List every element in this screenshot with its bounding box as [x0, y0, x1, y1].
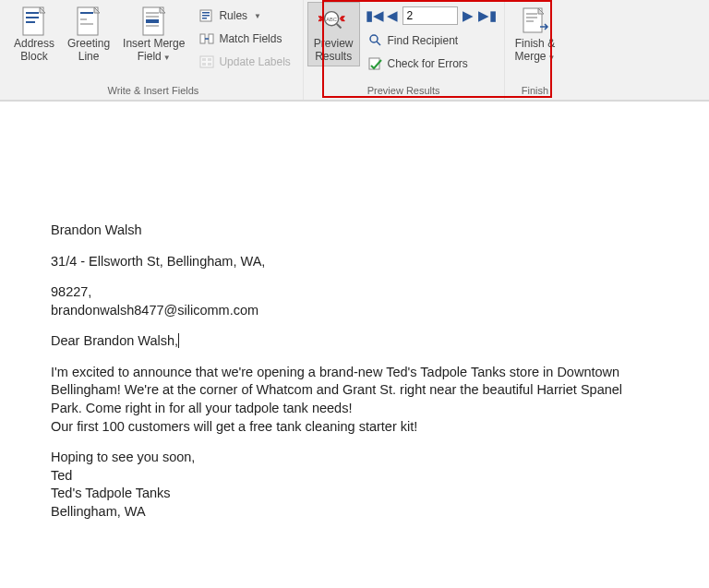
svg-rect-16	[202, 18, 207, 19]
address-block-icon	[19, 6, 49, 36]
svg-point-26	[370, 35, 378, 42]
find-recipient-icon	[368, 33, 383, 48]
doc-name: Brandon Walsh	[51, 222, 654, 240]
check-for-errors-label: Check for Errors	[388, 57, 468, 70]
svg-rect-30	[526, 17, 537, 18]
doc-sig-3: Bellingham, WA	[51, 503, 654, 522]
insert-merge-field-icon	[139, 6, 169, 36]
finish-merge-icon	[520, 6, 549, 36]
svg-rect-20	[202, 58, 206, 61]
doc-email: brandonwalsh8477@silicomm.com	[51, 302, 654, 320]
svg-rect-7	[80, 23, 93, 25]
greeting-line-icon	[74, 6, 103, 36]
doc-zip: 98227,	[51, 283, 654, 302]
group-label-preview-results: Preview Results	[307, 82, 500, 100]
dropdown-icon: ▼	[254, 12, 261, 20]
find-recipient-button[interactable]: Find Recipient	[362, 30, 499, 51]
svg-text:ABC: ABC	[326, 17, 337, 22]
group-finish: Finish & Merge▼ Finish	[505, 0, 566, 100]
doc-sig-2: Ted's Tadpole Tanks	[51, 485, 654, 503]
update-labels-button: Update Labels	[193, 52, 296, 72]
svg-rect-5	[80, 12, 93, 14]
finish-merge-label: Finish & Merge▼	[515, 38, 556, 64]
text-cursor: ​	[178, 333, 179, 348]
address-block-label: Address Block	[14, 38, 54, 64]
svg-rect-10	[146, 16, 159, 18]
svg-rect-9	[146, 12, 159, 14]
group-label-write-insert: Write & Insert Fields	[7, 82, 299, 100]
doc-address: 31/4 - Ellsworth St, Bellingham, WA,	[51, 253, 654, 271]
svg-rect-2	[26, 17, 39, 18]
rules-button[interactable]: Rules ▼	[193, 6, 296, 26]
greeting-line-button[interactable]: Greeting Line	[61, 2, 116, 66]
svg-rect-12	[146, 25, 159, 27]
previous-record-button[interactable]: ◀	[384, 7, 401, 24]
first-record-button[interactable]: ▮◀	[366, 7, 382, 24]
group-preview-results: ABC Preview Results ▮◀ ◀ ▶ ▶▮ Find Recip…	[304, 0, 505, 100]
doc-closing: Hoping to see you soon,	[51, 449, 654, 467]
last-record-button[interactable]: ▶▮	[478, 7, 495, 24]
insert-merge-field-button[interactable]: Insert Merge Field▼	[116, 2, 191, 66]
group-label-finish: Finish	[509, 82, 562, 100]
address-block-button[interactable]: Address Block	[7, 2, 61, 66]
svg-rect-22	[202, 63, 206, 66]
update-labels-label: Update Labels	[219, 55, 290, 68]
preview-results-button[interactable]: ABC Preview Results	[307, 2, 360, 66]
check-for-errors-icon	[368, 56, 383, 71]
ribbon: Address Block Greeting Line Insert Merge…	[0, 0, 709, 102]
svg-rect-3	[26, 21, 35, 23]
rules-label: Rules	[219, 9, 247, 22]
update-labels-icon	[199, 54, 214, 69]
check-for-errors-button[interactable]: Check for Errors	[362, 54, 499, 74]
svg-rect-15	[202, 15, 210, 17]
insert-merge-field-label: Insert Merge Field▼	[123, 38, 185, 64]
preview-results-label: Preview Results	[314, 38, 354, 64]
svg-rect-29	[526, 13, 537, 15]
group-write-insert-fields: Address Block Greeting Line Insert Merge…	[0, 0, 304, 100]
next-record-button[interactable]: ▶	[460, 7, 476, 24]
record-number-input[interactable]	[403, 6, 458, 25]
finish-merge-button[interactable]: Finish & Merge▼	[509, 2, 562, 66]
svg-rect-1	[26, 12, 39, 14]
svg-rect-23	[208, 63, 211, 66]
svg-rect-18	[209, 34, 213, 43]
doc-salutation: Dear Brandon Walsh,​	[51, 332, 654, 351]
svg-rect-11	[146, 19, 159, 23]
document-page: Brandon Walsh 31/4 - Ellsworth St, Belli…	[0, 102, 709, 558]
preview-results-icon: ABC	[318, 6, 348, 36]
svg-rect-31	[526, 20, 534, 22]
svg-rect-17	[200, 34, 205, 43]
find-recipient-label: Find Recipient	[388, 34, 459, 47]
svg-rect-14	[202, 12, 210, 14]
match-fields-label: Match Fields	[219, 32, 282, 45]
match-fields-button[interactable]: Match Fields	[193, 29, 296, 49]
greeting-line-label: Greeting Line	[67, 38, 110, 64]
match-fields-icon	[199, 31, 214, 46]
doc-body-1: I'm excited to announce that we're openi…	[51, 364, 654, 418]
rules-icon	[199, 8, 214, 23]
svg-rect-19	[200, 56, 213, 67]
svg-rect-21	[208, 58, 211, 61]
doc-sig-1: Ted	[51, 467, 654, 486]
svg-rect-6	[80, 18, 87, 20]
doc-body-2: Our first 100 customers will get a free …	[51, 418, 654, 437]
